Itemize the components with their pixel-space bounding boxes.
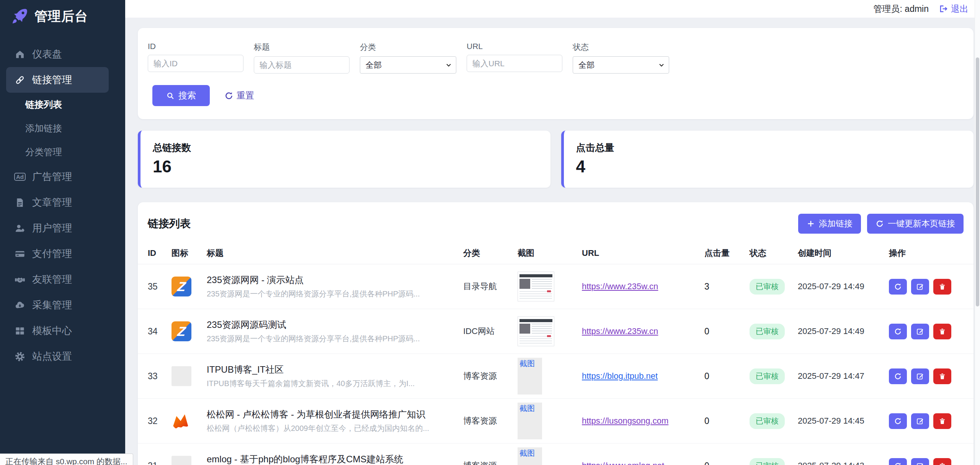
created-time: 2025-07-29 14:49 xyxy=(798,326,889,336)
filter-label-url: URL xyxy=(467,42,562,51)
scrollbar-thumb[interactable] xyxy=(976,57,979,306)
refresh-link-button[interactable] xyxy=(889,279,907,295)
filter-field-url: URL xyxy=(467,42,562,74)
sidebar-item-ad-management[interactable]: Ad 广告管理 xyxy=(0,164,125,190)
sidebar-item-user-management[interactable]: 用户管理 xyxy=(0,215,125,241)
sidebar-subitem-add-link[interactable]: 添加链接 xyxy=(0,116,125,140)
link-description: 235资源网是一个专业的网络资源分享平台,提供各种PHP源码... xyxy=(207,289,452,299)
admin-info: 管理员: admin xyxy=(874,3,929,15)
rocket-icon xyxy=(11,8,28,25)
link-url[interactable]: https://www.235w.cn xyxy=(582,326,658,336)
id-input[interactable] xyxy=(148,55,243,72)
created-time: 2025-07-29 14:45 xyxy=(798,416,889,426)
link-url[interactable]: https://www.emlog.net xyxy=(582,461,664,465)
broken-screenshot: 截图 xyxy=(518,447,542,465)
refresh-icon xyxy=(894,283,902,291)
sidebar-subitem-link-list[interactable]: 链接列表 xyxy=(0,93,125,116)
app-title: 管理后台 xyxy=(34,8,88,25)
link-title: 235资源网源码测试 xyxy=(207,319,452,331)
status-select[interactable]: 全部 xyxy=(573,56,669,74)
delete-link-button[interactable] xyxy=(933,458,951,465)
sidebar-item-payment-management[interactable]: 支付管理 xyxy=(0,241,125,267)
add-link-button[interactable]: 添加链接 xyxy=(798,214,861,234)
click-count: 0 xyxy=(704,371,750,381)
link-description: 235资源网是一个专业的网络资源分享平台,提供各种PHP源码... xyxy=(207,334,452,344)
refresh-link-button[interactable] xyxy=(889,413,907,429)
edit-icon xyxy=(916,462,924,465)
refresh-icon xyxy=(894,417,902,425)
url-input[interactable] xyxy=(467,55,562,72)
stat-card-total-clicks: 点击总量 4 xyxy=(561,131,974,188)
table-header-row: ID 图标 标题 分类 截图 URL 点击量 状态 创建时间 操作 xyxy=(138,242,973,264)
delete-link-button[interactable] xyxy=(933,413,951,429)
link-description: 松松网（卢松松博客）从2009年创立至今，已经成为国内知名的... xyxy=(207,423,452,434)
table-row: 34 Z 235资源网源码测试 235资源网是一个专业的网络资源分享平台,提供各… xyxy=(138,309,973,354)
browser-status-text: 正在传输来自 s0.wp.com 的数据... xyxy=(0,454,133,465)
created-time: 2025-07-29 14:49 xyxy=(798,282,889,291)
sidebar-item-site-settings[interactable]: 站点设置 xyxy=(0,344,125,369)
stat-value: 4 xyxy=(576,157,962,176)
refresh-link-button[interactable] xyxy=(889,324,907,339)
delete-link-button[interactable] xyxy=(933,368,951,384)
edit-icon xyxy=(916,372,924,380)
link-icon xyxy=(15,75,25,85)
filter-label-id: ID xyxy=(148,42,243,51)
link-title: 松松网 - 卢松松博客 - 为草根创业者提供网络推广知识 xyxy=(207,408,452,421)
link-title: 235资源网网 - 演示站点 xyxy=(207,274,452,286)
sidebar-item-template-center[interactable]: 模板中心 xyxy=(0,318,125,344)
broken-screenshot: 截图 xyxy=(518,403,542,439)
app-logo: 管理后台 xyxy=(0,0,125,33)
edit-link-button[interactable] xyxy=(911,458,929,465)
site-favicon: Z xyxy=(172,321,191,341)
users-icon xyxy=(15,223,25,234)
reset-button[interactable]: 重置 xyxy=(224,90,254,102)
sidebar-item-friendlink-management[interactable]: 友联管理 xyxy=(0,267,125,292)
filter-panel: ID 标题 分类 全部 URL xyxy=(138,28,973,119)
sidebar-subitem-category-management[interactable]: 分类管理 xyxy=(0,140,125,164)
edit-link-button[interactable] xyxy=(911,279,929,295)
click-count: 3 xyxy=(704,282,750,292)
site-favicon: Z xyxy=(172,277,191,296)
link-url[interactable]: https://lusongsong.com xyxy=(582,416,668,426)
admin-name: admin xyxy=(905,4,929,14)
sidebar-item-link-management[interactable]: 链接管理 xyxy=(6,67,109,93)
status-badge: 已审核 xyxy=(750,413,785,429)
refresh-icon xyxy=(875,219,884,228)
search-button[interactable]: 搜索 xyxy=(152,85,210,106)
edit-link-button[interactable] xyxy=(911,368,929,384)
edit-link-button[interactable] xyxy=(911,324,929,339)
delete-link-button[interactable] xyxy=(933,279,951,295)
created-time: 2025-07-29 14:47 xyxy=(798,371,889,381)
credit-card-icon xyxy=(15,249,25,259)
filter-label-title: 标题 xyxy=(254,42,350,52)
bulk-update-button[interactable]: 一键更新本页链接 xyxy=(867,214,964,234)
site-favicon-placeholder xyxy=(172,456,191,465)
link-description: ITPUB博客每天千篇余篇博文新资讯，40多万活跃博主，为I... xyxy=(207,378,452,389)
filter-label-category: 分类 xyxy=(360,42,456,52)
logout-button[interactable]: 退出 xyxy=(939,3,969,15)
edit-link-button[interactable] xyxy=(911,413,929,429)
click-count: 0 xyxy=(704,461,750,465)
delete-link-button[interactable] xyxy=(933,324,951,339)
plus-icon xyxy=(807,219,815,228)
home-icon xyxy=(15,49,25,60)
edit-icon xyxy=(916,283,924,291)
sidebar-item-collect-management[interactable]: 采集管理 xyxy=(0,292,125,318)
sidebar: 管理后台 仪表盘 链接管理 链接列表 添加链接 分类管理 xyxy=(0,0,125,465)
sidebar-item-dashboard[interactable]: 仪表盘 xyxy=(0,41,125,67)
sidebar-item-article-management[interactable]: 文章管理 xyxy=(0,190,125,215)
title-input[interactable] xyxy=(254,56,350,74)
refresh-link-button[interactable] xyxy=(889,368,907,384)
article-icon xyxy=(15,197,25,208)
content: ID 标题 分类 全部 URL xyxy=(125,18,980,465)
table-row: 32 松松网 - 卢松松博客 - 为草根创业者提供网络推广知识 松松网（卢松松博… xyxy=(138,399,973,444)
refresh-link-button[interactable] xyxy=(889,458,907,465)
status-badge: 已审核 xyxy=(750,279,785,295)
created-time: 2025-07-29 14:43 xyxy=(798,461,889,465)
page-scrollbar[interactable] xyxy=(975,0,980,465)
link-category: 博客资源 xyxy=(463,370,518,382)
link-url[interactable]: https://blog.itpub.net xyxy=(582,371,658,381)
category-select[interactable]: 全部 xyxy=(360,56,456,74)
table-row: 31 emlog - 基于php的blog博客程序及CMS建站系统 emlog是… xyxy=(138,444,973,465)
link-url[interactable]: https://www.235w.cn xyxy=(582,282,658,291)
